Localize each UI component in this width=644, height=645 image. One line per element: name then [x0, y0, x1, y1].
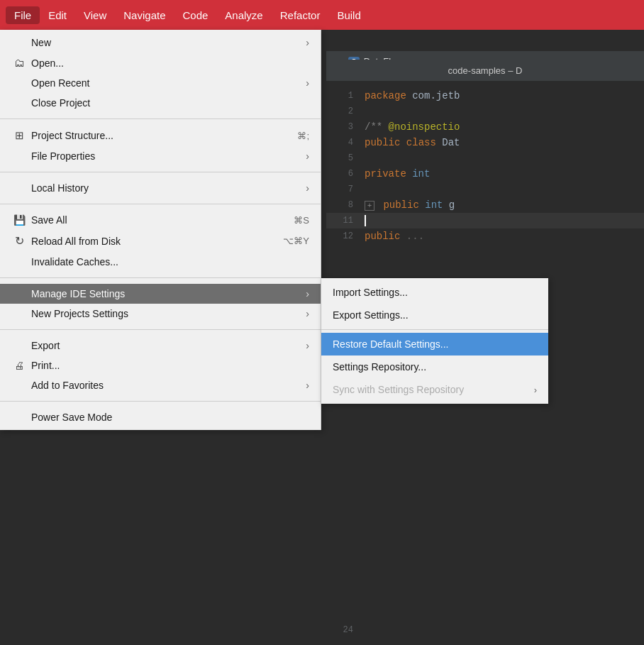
submenu-export-settings[interactable]: Export Settings...	[321, 304, 548, 326]
menu-item-add-favorites[interactable]: Add to Favorites ›	[0, 375, 321, 395]
divider-5	[0, 329, 321, 330]
sync-settings-arrow: ›	[534, 385, 537, 395]
menu-item-project-structure[interactable]: ⊞ Project Structure... ⌘;	[0, 125, 321, 146]
code-line-7: 7	[326, 182, 644, 197]
code-line-5: 5	[326, 150, 644, 166]
menu-item-open-recent[interactable]: Open Recent ›	[0, 73, 321, 93]
code-line-24: 24	[326, 622, 370, 638]
code-line-3: 3 /** @noinspectio	[326, 119, 644, 135]
menu-bar-view[interactable]: View	[75, 6, 115, 24]
save-all-icon: 💾	[11, 214, 27, 226]
open-recent-arrow: ›	[306, 77, 309, 89]
menu-bar-build[interactable]: Build	[328, 6, 369, 24]
menu-bar-file[interactable]: File	[6, 6, 40, 24]
file-menu: New › 🗂 Open... Open Recent › Close Proj…	[0, 30, 321, 430]
code-line-2: 2	[326, 104, 644, 119]
menu-item-close-project[interactable]: Close Project	[0, 93, 321, 113]
expand-icon[interactable]: +	[365, 201, 374, 211]
project-structure-icon: ⊞	[11, 129, 27, 142]
menu-item-manage-ide[interactable]: Manage IDE Settings ›	[0, 284, 321, 304]
menu-item-new-projects-settings[interactable]: New Projects Settings ›	[0, 304, 321, 324]
code-line-6: 6 private int	[326, 166, 644, 182]
menu-item-reload[interactable]: ↻ Reload All from Disk ⌥⌘Y	[0, 230, 321, 252]
manage-ide-submenu: Import Settings... Export Settings... Re…	[321, 278, 548, 404]
window-title: code-samples – D	[326, 60, 644, 81]
divider-6	[0, 401, 321, 402]
menu-item-open[interactable]: 🗂 Open...	[0, 53, 321, 73]
menu-bar-navigate[interactable]: Navigate	[115, 6, 174, 24]
new-arrow: ›	[306, 37, 309, 48]
code-line-1: 1 package com.jetb	[326, 88, 644, 104]
new-projects-arrow: ›	[306, 308, 309, 319]
code-line-8: 8 + public int g	[326, 197, 644, 213]
submenu-settings-repo[interactable]: Settings Repository...	[321, 355, 548, 378]
code-line-4: 4 public class Dat	[326, 135, 644, 150]
divider-2	[0, 172, 321, 172]
menu-bar-edit[interactable]: Edit	[40, 6, 75, 24]
menu-bar-analyze[interactable]: Analyze	[216, 6, 271, 24]
menu-item-local-history[interactable]: Local History ›	[0, 178, 321, 198]
menu-item-print[interactable]: 🖨 Print...	[0, 355, 321, 375]
menu-bar-refactor[interactable]: Refactor	[272, 6, 329, 24]
menu-item-save-all[interactable]: 💾 Save All ⌘S	[0, 210, 321, 230]
code-line-11: 11	[326, 213, 644, 228]
menu-item-power-save[interactable]: Power Save Mode	[0, 407, 321, 427]
menu-item-file-properties[interactable]: File Properties ›	[0, 146, 321, 166]
open-icon: 🗂	[11, 57, 27, 69]
file-properties-arrow: ›	[306, 150, 309, 162]
add-favorites-arrow: ›	[306, 380, 309, 391]
export-arrow: ›	[306, 340, 309, 351]
divider-4	[0, 277, 321, 278]
submenu-divider	[321, 329, 548, 330]
submenu-import-settings[interactable]: Import Settings...	[321, 281, 548, 304]
local-history-arrow: ›	[306, 182, 309, 194]
manage-ide-section: Manage IDE Settings › New Projects Setti…	[0, 281, 321, 326]
menu-item-export[interactable]: Export ›	[0, 336, 321, 355]
manage-ide-arrow: ›	[306, 288, 309, 299]
menu-item-new[interactable]: New ›	[0, 33, 321, 53]
divider-1	[0, 118, 321, 119]
menu-bar-code[interactable]: Code	[174, 6, 216, 24]
submenu-restore-default[interactable]: Restore Default Settings...	[321, 333, 548, 355]
reload-icon: ↻	[11, 234, 27, 248]
code-line-12: 12 public ...	[326, 228, 644, 244]
menu-bar: File Edit View Navigate Code Analyze Ref…	[0, 0, 644, 30]
submenu-sync-settings: Sync with Settings Repository ›	[321, 378, 548, 401]
divider-3	[0, 204, 321, 204]
menu-item-invalidate-caches[interactable]: Invalidate Caches...	[0, 252, 321, 272]
print-icon: 🖨	[11, 360, 27, 371]
